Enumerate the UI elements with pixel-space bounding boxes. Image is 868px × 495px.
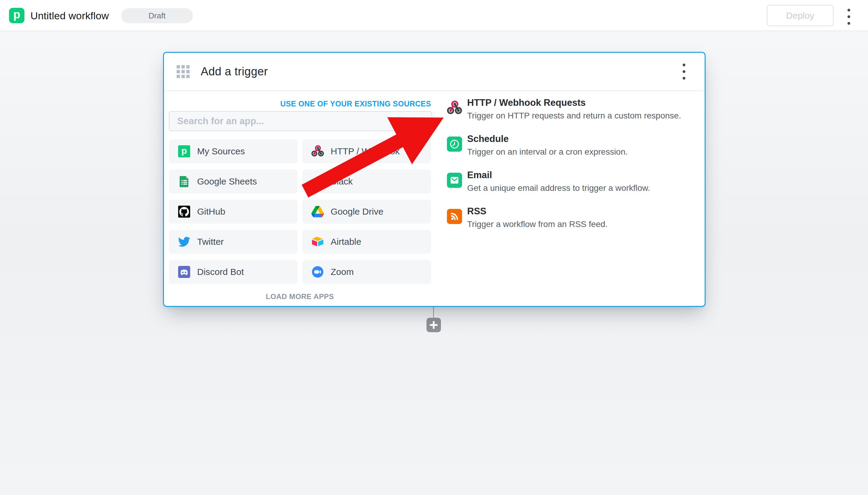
node-connector-line <box>433 307 434 318</box>
app-button-http-webhook[interactable]: HTTP / Webhook <box>302 139 431 164</box>
twitter-icon <box>178 236 190 248</box>
trigger-title: Email <box>467 170 650 181</box>
slack-icon <box>311 175 324 188</box>
trigger-option-rss[interactable]: RSS Trigger a workflow from an RSS feed. <box>447 206 700 229</box>
trigger-description: Trigger on an interval or a cron express… <box>467 147 628 157</box>
app-button-google-drive[interactable]: Google Drive <box>302 200 431 224</box>
app-button-discord-bot[interactable]: Discord Bot <box>169 260 297 284</box>
workflow-canvas: Add a trigger USE ONE OF YOUR EXISTING S… <box>0 32 868 495</box>
panel-header: Add a trigger <box>164 53 705 91</box>
zoom-icon <box>311 266 324 278</box>
app-button-zoom[interactable]: Zoom <box>302 260 431 284</box>
panel-more-options-icon[interactable] <box>683 64 685 80</box>
workflow-title[interactable]: Untitled workflow <box>31 10 109 22</box>
trigger-option-schedule[interactable]: Schedule Trigger on an interval or a cro… <box>447 134 700 157</box>
app-button-slack[interactable]: Slack <box>302 169 431 193</box>
app-button-twitter[interactable]: Twitter <box>169 230 297 254</box>
discord-icon <box>178 266 190 278</box>
load-more-apps-button[interactable]: LOAD MORE APPS <box>169 292 431 301</box>
app-grid: p My Sources HTT <box>169 139 431 284</box>
deploy-button[interactable]: Deploy <box>767 5 834 26</box>
trigger-title: HTTP / Webhook Requests <box>467 97 681 108</box>
existing-sources-link[interactable]: USE ONE OF YOUR EXISTING SOURCES <box>169 100 431 108</box>
trigger-description: Trigger on HTTP requests and return a cu… <box>467 111 681 121</box>
app-button-my-sources[interactable]: p My Sources <box>169 139 297 164</box>
trigger-description: Trigger a workflow from an RSS feed. <box>467 220 608 229</box>
app-button-airtable[interactable]: Airtable <box>302 230 431 254</box>
add-trigger-panel: Add a trigger USE ONE OF YOUR EXISTING S… <box>163 52 706 307</box>
pipedream-icon: p <box>178 145 190 158</box>
trigger-title: Schedule <box>467 134 628 144</box>
trigger-description: Get a unique email address to trigger a … <box>467 183 650 193</box>
trigger-option-email[interactable]: Email Get a unique email address to trig… <box>447 170 700 193</box>
airtable-icon <box>311 236 324 248</box>
search-input[interactable] <box>169 111 432 131</box>
clock-icon <box>447 137 462 152</box>
pipedream-logo-icon[interactable]: p <box>9 8 24 23</box>
add-step-button[interactable] <box>427 318 441 332</box>
google-drive-icon <box>311 205 324 218</box>
google-sheets-icon <box>178 175 190 188</box>
github-icon <box>178 205 190 218</box>
trigger-option-http-webhook[interactable]: HTTP / Webhook Requests Trigger on HTTP … <box>447 97 700 121</box>
rss-icon <box>447 209 462 224</box>
more-options-icon[interactable] <box>848 9 850 25</box>
status-badge: Draft <box>121 8 193 23</box>
email-icon <box>447 173 462 188</box>
app-button-google-sheets[interactable]: Google Sheets <box>169 169 297 193</box>
webhook-icon <box>447 100 462 116</box>
trigger-title: RSS <box>467 206 608 217</box>
app-button-github[interactable]: GitHub <box>169 200 297 224</box>
top-bar: p Untitled workflow Draft Deploy <box>0 0 868 31</box>
panel-title: Add a trigger <box>201 65 268 78</box>
grid-icon <box>177 65 190 78</box>
webhook-icon <box>311 145 324 158</box>
